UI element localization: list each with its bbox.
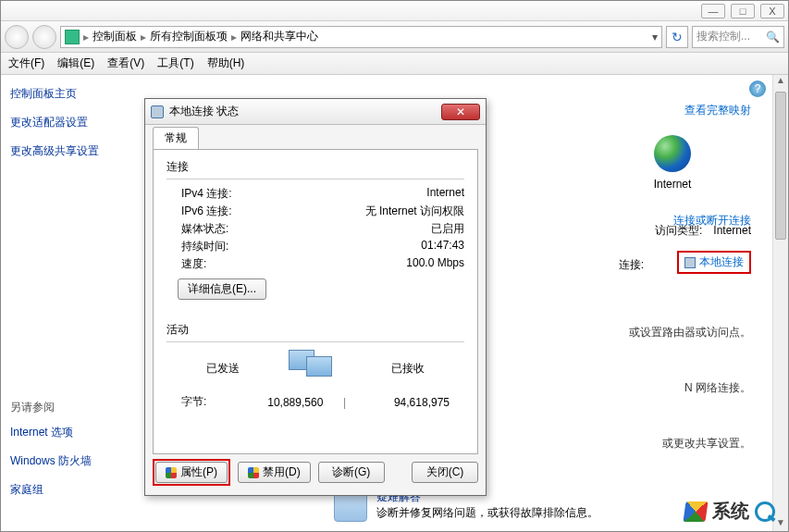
breadcrumb-item[interactable]: 控制面板 — [92, 29, 137, 44]
sidebar-link-sharing[interactable]: 更改高级共享设置 — [10, 143, 140, 159]
sent-label: 已发送 — [181, 361, 265, 377]
close-button[interactable]: X — [760, 4, 784, 19]
speed-value: 100.0 Mbps — [406, 256, 464, 272]
network-adapter-icon — [684, 257, 696, 268]
nav-toolbar: ▸ 控制面板 ▸ 所有控制面板项 ▸ 网络和共享中心 ▾ ↻ 搜索控制... 🔍 — [1, 21, 788, 53]
shield-icon — [166, 467, 177, 478]
sidebar-link-adapter[interactable]: 更改适配器设置 — [10, 115, 140, 130]
bytes-received-value: 94,618,975 — [366, 396, 450, 409]
body-text-3: 或更改共享设置。 — [662, 436, 751, 452]
ipv6-value: 无 Internet 访问权限 — [365, 204, 464, 219]
properties-button[interactable]: 属性(P) — [155, 462, 228, 483]
body-text-2: N 网络连接。 — [684, 380, 751, 396]
menu-tools[interactable]: 工具(T) — [157, 56, 193, 71]
dialog-body: 连接 IPv4 连接:Internet IPv6 连接:无 Internet 访… — [153, 149, 478, 454]
ipv6-label: IPv6 连接: — [181, 204, 232, 219]
received-label: 已接收 — [366, 361, 450, 377]
duration-label: 持续时间: — [181, 239, 228, 254]
close-button[interactable]: 关闭(C) — [412, 462, 478, 483]
watermark-text: 系统 — [712, 499, 749, 524]
menubar: 文件(F) 编辑(E) 查看(V) 工具(T) 帮助(H) — [1, 53, 788, 75]
local-connection-link[interactable]: 本地连接 — [677, 251, 751, 274]
menu-file[interactable]: 文件(F) — [8, 56, 44, 71]
window-titlebar: — □ X — [1, 1, 788, 21]
diagnose-button[interactable]: 诊断(G) — [318, 462, 385, 483]
connection-label: 连接: — [619, 257, 674, 273]
activity-computers-icon — [283, 348, 348, 389]
sidebar-link-firewall[interactable]: Windows 防火墙 — [10, 453, 140, 469]
forward-button[interactable] — [32, 25, 56, 49]
internet-globe-icon — [654, 135, 691, 172]
chevron-right-icon: ▸ — [83, 31, 89, 43]
sidebar-heading[interactable]: 控制面板主页 — [10, 86, 140, 102]
ipv4-value: Internet — [426, 186, 464, 202]
watermark-q-icon — [755, 501, 775, 522]
dialog-titlebar: 本地连接 状态 ✕ — [145, 99, 486, 125]
dialog-footer: 属性(P) 禁用(D) 诊断(G) 关闭(C) — [153, 459, 478, 486]
media-label: 媒体状态: — [181, 221, 228, 237]
refresh-button[interactable]: ↻ — [666, 26, 688, 48]
scrollbar-thumb[interactable] — [775, 92, 786, 240]
troubleshoot-desc: 诊断并修复网络问题，或获得故障排除信息。 — [376, 505, 598, 521]
scroll-up-icon[interactable]: ▲ — [773, 75, 788, 91]
media-value: 已启用 — [431, 221, 464, 237]
breadcrumb-item[interactable]: 网络和共享中心 — [240, 29, 318, 44]
access-type-value: Internet — [713, 224, 751, 237]
back-button[interactable] — [5, 25, 29, 49]
bytes-sent-value: 10,889,560 — [240, 396, 323, 409]
breadcrumb-item[interactable]: 所有控制面板项 — [150, 29, 228, 44]
tab-row: 常规 — [145, 125, 486, 149]
tab-general[interactable]: 常规 — [153, 127, 199, 149]
windows-flag-icon — [683, 501, 708, 522]
details-button[interactable]: 详细信息(E)... — [178, 278, 266, 300]
network-adapter-icon — [151, 105, 164, 118]
search-input[interactable]: 搜索控制... 🔍 — [692, 26, 784, 48]
shield-icon — [248, 467, 259, 478]
menu-edit[interactable]: 编辑(E) — [57, 56, 94, 71]
ipv4-label: IPv4 连接: — [181, 186, 232, 202]
full-map-link[interactable]: 查看完整映射 — [684, 104, 751, 117]
dialog-close-button[interactable]: ✕ — [441, 104, 480, 120]
see-also-heading: 另请参阅 — [10, 400, 140, 415]
search-placeholder: 搜索控制... — [697, 29, 750, 44]
minimize-button[interactable]: — — [701, 4, 725, 19]
chevron-right-icon: ▸ — [231, 31, 237, 43]
menu-help[interactable]: 帮助(H) — [207, 56, 245, 71]
watermark: 系统 — [684, 499, 775, 524]
sidebar-link-homegroup[interactable]: 家庭组 — [10, 482, 140, 498]
access-type-row: 访问类型: Internet — [655, 223, 751, 239]
vertical-scrollbar[interactable]: ▲ ▼ — [772, 75, 788, 532]
internet-label: Internet — [594, 178, 751, 191]
control-panel-icon — [65, 30, 80, 44]
activity-group-label: 活动 — [166, 322, 464, 338]
dialog-title: 本地连接 状态 — [169, 104, 239, 119]
connection-value: 本地连接 — [699, 254, 744, 270]
scroll-down-icon[interactable]: ▼ — [773, 517, 788, 532]
body-text-1: 或设置路由器或访问点。 — [629, 325, 751, 340]
duration-value: 01:47:43 — [421, 239, 464, 254]
connection-status-dialog: 本地连接 状态 ✕ 常规 连接 IPv4 连接:Internet IPv6 连接… — [144, 98, 487, 496]
bytes-label: 字节: — [181, 394, 228, 410]
help-icon[interactable]: ? — [749, 80, 766, 97]
disable-button[interactable]: 禁用(D) — [238, 462, 311, 483]
speed-label: 速度: — [181, 256, 206, 272]
chevron-right-icon: ▸ — [141, 31, 146, 43]
connection-group-label: 连接 — [166, 159, 464, 175]
access-type-label: 访问类型: — [655, 223, 710, 239]
maximize-button[interactable]: □ — [731, 4, 755, 19]
search-icon: 🔍 — [766, 31, 780, 43]
menu-view[interactable]: 查看(V) — [107, 56, 144, 71]
breadcrumb[interactable]: ▸ 控制面板 ▸ 所有控制面板项 ▸ 网络和共享中心 ▾ — [60, 26, 662, 48]
dropdown-icon[interactable]: ▾ — [652, 31, 658, 43]
sidebar-link-internet-options[interactable]: Internet 选项 — [10, 425, 140, 440]
network-map: 查看完整映射 Internet 连接或断开连接 — [594, 103, 751, 229]
sidebar: 控制面板主页 更改适配器设置 更改高级共享设置 另请参阅 Internet 选项… — [1, 75, 149, 532]
connection-row: 连接: 本地连接 — [619, 251, 751, 274]
